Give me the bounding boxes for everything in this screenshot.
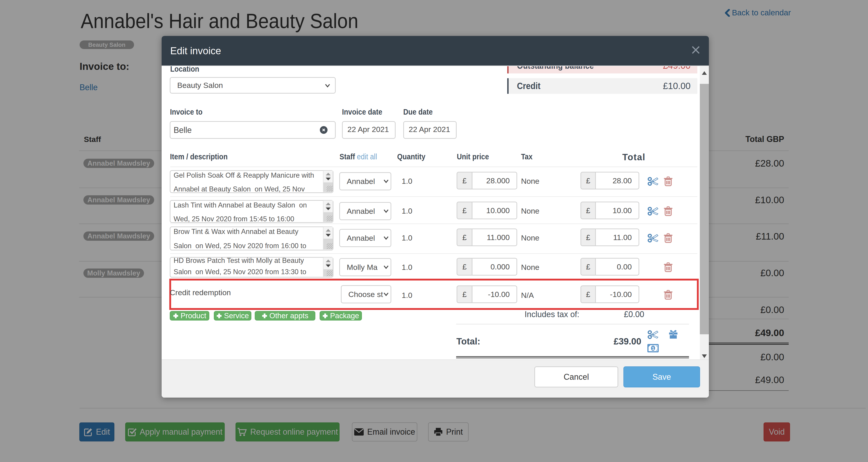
svg-text:1: 1 bbox=[652, 346, 654, 351]
